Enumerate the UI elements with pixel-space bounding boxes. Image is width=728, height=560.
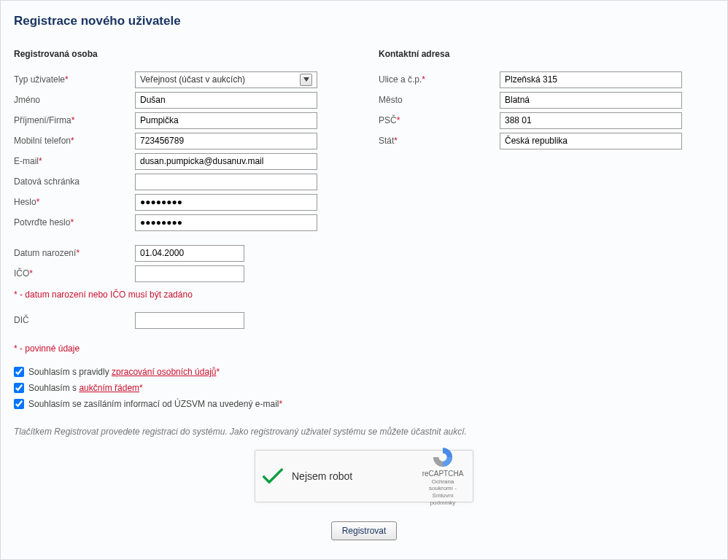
consent-1-link[interactable]: zpracování osobních údajů <box>112 367 216 377</box>
consent-1-checkbox[interactable] <box>14 367 24 377</box>
page-title: Registrace nového uživatele <box>14 14 714 28</box>
ico-field[interactable] <box>135 265 244 282</box>
city-field[interactable] <box>500 92 682 109</box>
registration-form: Registrace nového uživatele Registrovaná… <box>0 0 728 560</box>
submit-hint: Tlačítkem Registrovat provedete registra… <box>14 427 714 437</box>
password-confirm-label: Potvrďte heslo* <box>14 217 135 228</box>
dic-field[interactable] <box>135 312 244 329</box>
user-type-selected-value: Veřejnost (účast v aukcích) <box>140 72 245 88</box>
person-section-title: Registrovaná osoba <box>14 49 379 59</box>
password-label: Heslo* <box>14 197 135 207</box>
contact-section: Kontaktní adresa Ulice a č.p.* Město PSČ… <box>379 49 714 364</box>
person-section: Registrovaná osoba Typ uživatele* Veřejn… <box>14 49 379 364</box>
surname-label: Příjmení/Firma* <box>14 115 135 125</box>
consent-2-text: Souhlasím s aukčním řádem* <box>28 383 143 393</box>
consent-3-row: Souhlasím se zasíláním informací od ÚZSV… <box>14 396 714 412</box>
recaptcha-icon <box>431 446 454 468</box>
user-type-label: Typ uživatele* <box>14 74 135 85</box>
consent-2-checkbox[interactable] <box>14 383 24 393</box>
email-field[interactable] <box>135 153 317 170</box>
dob-label: Datum narození* <box>14 248 135 258</box>
zip-label: PSČ* <box>379 115 500 125</box>
user-type-select[interactable]: Veřejnost (účast v aukcích) <box>135 71 317 88</box>
svg-marker-0 <box>303 77 309 82</box>
city-label: Město <box>379 95 500 105</box>
contact-section-title: Kontaktní adresa <box>379 49 714 59</box>
consent-2-row: Souhlasím s aukčním řádem* <box>14 380 714 396</box>
mobile-field[interactable] <box>135 133 317 149</box>
dic-label: DIČ <box>14 315 135 325</box>
captcha-label: Nejsem robot <box>292 470 420 482</box>
consent-3-text: Souhlasím se zasíláním informací od ÚZSV… <box>28 399 282 409</box>
first-name-field[interactable] <box>135 92 317 109</box>
consent-1-row: Souhlasím s pravidly zpracování osobních… <box>14 364 714 380</box>
zip-field[interactable] <box>500 112 682 129</box>
surname-field[interactable] <box>135 112 317 129</box>
street-field[interactable] <box>500 71 682 88</box>
password-confirm-field[interactable] <box>135 214 317 231</box>
mobile-label: Mobilní telefon* <box>14 136 135 146</box>
required-note: * - povinné údaje <box>14 343 379 354</box>
databox-label: Datová schránka <box>14 176 135 187</box>
dropdown-arrow-icon <box>300 74 312 86</box>
street-label: Ulice a č.p.* <box>379 74 500 85</box>
country-field[interactable] <box>500 133 682 149</box>
dob-field[interactable] <box>135 245 244 262</box>
submit-button[interactable]: Registrovat <box>331 521 398 540</box>
ico-label: IČO* <box>14 268 135 279</box>
recaptcha-brand: reCAPTCHA Ochrana soukromí - Smluvní pod… <box>420 446 465 506</box>
databox-field[interactable] <box>135 174 317 190</box>
consent-1-text: Souhlasím s pravidly zpracování osobních… <box>28 367 220 377</box>
dob-ico-note: * - datum narození nebo IČO musí být zad… <box>14 289 379 300</box>
consent-2-link[interactable]: aukčním řádem <box>79 383 139 393</box>
first-name-label: Jméno <box>14 95 135 105</box>
recaptcha[interactable]: Nejsem robot reCAPTCHA Ochrana soukromí … <box>255 450 473 502</box>
consent-3-checkbox[interactable] <box>14 399 24 409</box>
password-field[interactable] <box>135 194 317 211</box>
checkmark-icon <box>263 466 283 486</box>
country-label: Stát* <box>379 136 500 146</box>
email-label: E-mail* <box>14 156 135 166</box>
